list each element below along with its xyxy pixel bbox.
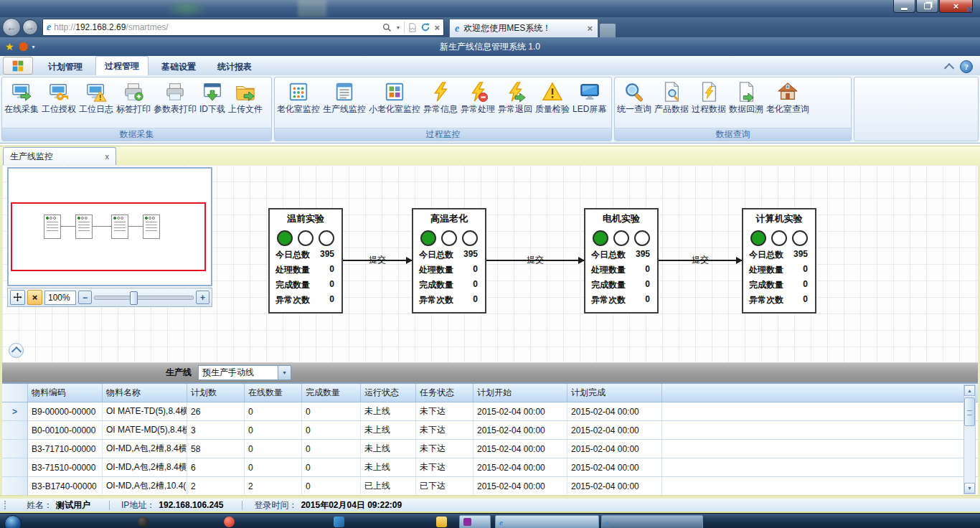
back-button[interactable]: ← <box>2 18 21 37</box>
ribbon-button-bolt-arrow[interactable]: 异常退回 <box>496 80 534 116</box>
column-header[interactable]: 任务状态 <box>416 384 473 402</box>
taskbar-window-button[interactable]: e <box>495 515 599 528</box>
ribbon-collapse-icon[interactable] <box>944 63 954 73</box>
ribbon-button-bolt[interactable]: 异常信息 <box>422 80 459 116</box>
ribbon-button-grid-squares[interactable]: 小老化室监控 <box>367 80 422 116</box>
zoom-in-button[interactable]: + <box>196 291 209 304</box>
ribbon-button-window-down[interactable]: ID下载 <box>198 80 227 116</box>
compatibility-icon[interactable] <box>408 23 417 32</box>
doc-tab-production-line-monitor[interactable]: 生产线监控 x <box>3 147 116 165</box>
stat-label: 处理数量 <box>419 264 453 276</box>
taskbar-icon[interactable] <box>436 517 447 527</box>
menu-tab-2[interactable]: 过程管理 <box>95 56 149 75</box>
refresh-icon[interactable] <box>420 22 430 32</box>
column-header[interactable]: 运行状态 <box>361 384 416 402</box>
row-selector[interactable] <box>2 458 28 476</box>
table-cell: 未上线 <box>361 421 416 439</box>
grid-squares-icon <box>384 81 405 103</box>
taskbar-icon[interactable] <box>334 517 344 527</box>
table-row[interactable]: B3-71710-00000OI-MD,A包,2槽,8.4横5800未上线未下达… <box>2 440 978 458</box>
menu-tab-1[interactable]: 计划管理 <box>39 58 91 75</box>
scrollbar-thumb[interactable] <box>964 397 975 426</box>
zoom-value-input[interactable]: 100% <box>44 291 76 305</box>
column-header[interactable]: 物料编码 <box>28 384 103 402</box>
column-header[interactable]: 完成数量 <box>302 384 361 402</box>
ribbon-button-computer-key[interactable]: 工位授权 <box>40 80 77 116</box>
search-dropdown-icon[interactable]: ▼ <box>395 25 400 30</box>
taskbar-icon[interactable] <box>224 517 235 527</box>
ribbon-button-doc-arrow[interactable]: 数据回溯 <box>727 80 765 116</box>
ribbon-button-list[interactable]: 生产线监控 <box>321 80 367 116</box>
minimap-viewport[interactable] <box>11 202 206 271</box>
doc-tab-close-icon[interactable]: x <box>105 152 110 161</box>
ribbon-button-magnifier[interactable]: 统一查询 <box>616 80 653 116</box>
app-logo[interactable] <box>3 57 33 75</box>
search-icon[interactable] <box>382 23 392 32</box>
ribbon-button-printer[interactable]: 参数表打印 <box>152 80 198 116</box>
url-text[interactable]: http://192.168.2.69/smartmes/ <box>54 22 380 32</box>
new-tab-button[interactable] <box>600 24 616 37</box>
table-row[interactable]: B0-00100-00000OI MATE-MD(5),8.4横300未上线未下… <box>2 421 978 440</box>
ribbon-button-printer-plus[interactable]: 标签打印 <box>115 80 152 116</box>
ribbon-button-bolt-minus[interactable]: 异常处理 <box>459 80 496 116</box>
zoom-out-button[interactable]: − <box>78 291 92 304</box>
menu-bar: 计划管理过程管理基础设置统计报表 <box>0 56 980 76</box>
row-selector[interactable] <box>2 421 28 439</box>
zoom-slider-track[interactable] <box>94 296 194 300</box>
taskbar-icon[interactable] <box>138 517 149 527</box>
scroll-up-icon[interactable]: ▲ <box>964 385 975 396</box>
menu-tab-3[interactable]: 基础设置 <box>153 58 204 75</box>
forward-button[interactable]: → <box>22 19 38 35</box>
ribbon-button-computer-arrow[interactable]: 在线采集 <box>3 80 40 116</box>
stat-label: 处理数量 <box>275 264 310 276</box>
restore-button[interactable] <box>916 0 938 13</box>
ribbon-button-computer-warn[interactable]: 工位日志 <box>77 80 115 116</box>
row-selector[interactable] <box>2 440 28 458</box>
pan-button[interactable] <box>10 290 25 305</box>
minimap-panel[interactable] <box>7 167 212 286</box>
table-scrollbar[interactable]: ▲ ▼ <box>963 385 976 494</box>
browser-tab[interactable]: e 欢迎您使用MES系统！ × <box>449 19 598 37</box>
taskbar-window-button[interactable] <box>459 515 491 528</box>
collapse-panel-button[interactable] <box>9 343 24 358</box>
flow-diagram-canvas[interactable]: × 100% − + 温前实验今日总数395处理数量0完成数量0异常次数0高温老… <box>2 165 978 362</box>
chevron-down-icon[interactable]: ▼ <box>278 366 291 380</box>
zoom-slider-thumb[interactable] <box>130 291 138 305</box>
zoom-slider[interactable] <box>94 290 194 305</box>
address-bar[interactable]: e http://192.168.2.69/smartmes/ ▼ × <box>42 19 444 36</box>
minimize-button[interactable] <box>893 0 915 13</box>
ribbon-button-grid-dots[interactable]: 老化室监控 <box>275 80 321 116</box>
column-header[interactable]: 在线数量 <box>245 384 302 402</box>
ribbon-button-doc-magnifier[interactable]: 产品数据 <box>653 80 690 116</box>
table-cell: 2015-02-04 00:00 <box>473 458 567 476</box>
row-selector[interactable] <box>2 477 28 495</box>
tab-close-icon[interactable]: × <box>587 24 593 33</box>
window-titlebar: × <box>0 0 980 17</box>
table-cell: OI MATE-TD(5),8.4横 <box>103 402 187 420</box>
cancel-pan-button[interactable]: × <box>27 290 42 305</box>
status-login-time: 登录时间：2015年02月04日 09:22:09 <box>254 499 402 512</box>
table-row[interactable]: B3-71510-00000OI-MD,A包,2槽,8.4横600未上线未下达2… <box>2 458 978 477</box>
menu-tab-4[interactable]: 统计报表 <box>209 58 260 75</box>
ribbon-button-house[interactable]: 老化室查询 <box>765 80 811 116</box>
column-header[interactable]: 计划完成 <box>567 384 662 402</box>
line-selector-dropdown[interactable]: 预生产手动线 ▼ <box>198 365 291 380</box>
ribbon-button-label: LED屏幕 <box>573 103 606 116</box>
taskbar-window-button[interactable]: e <box>601 515 703 528</box>
table-row[interactable]: B3-B1740-00000OI-MD,A包,2槽,10.4(220已上线已下达… <box>2 477 978 496</box>
tabstrip-close-icon[interactable]: × <box>966 4 973 14</box>
ribbon-button-folder-arrow[interactable]: 上传文件 <box>227 80 264 116</box>
ribbon-button-doc-bolt[interactable]: 过程数据 <box>690 80 727 116</box>
column-header[interactable]: 计划开始 <box>473 384 567 402</box>
stop-icon[interactable]: × <box>434 23 440 32</box>
table-row[interactable]: >B9-00000-00000OI MATE-TD(5),8.4横2600未上线… <box>2 402 978 421</box>
scroll-down-icon[interactable]: ▼ <box>964 483 975 494</box>
computer-warn-icon <box>85 81 107 103</box>
row-selector-current[interactable]: > <box>2 402 28 420</box>
column-header[interactable]: 物料名称 <box>103 384 187 402</box>
help-icon[interactable]: ? <box>960 60 973 73</box>
ribbon-button-warning[interactable]: 质量检验 <box>534 80 571 116</box>
column-header[interactable]: 计划数 <box>187 384 245 402</box>
ribbon-button-led[interactable]: LED屏幕 <box>571 80 608 116</box>
start-button[interactable] <box>4 515 22 528</box>
